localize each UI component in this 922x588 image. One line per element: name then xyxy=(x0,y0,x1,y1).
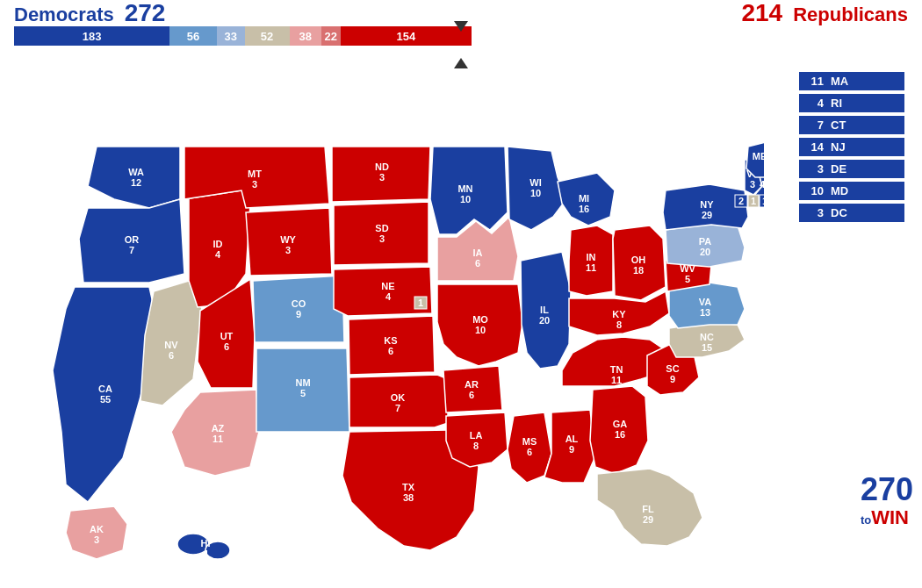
state-il[interactable] xyxy=(521,252,571,369)
sidebar-state-dc[interactable]: 3DC xyxy=(799,204,904,222)
sidebar-ev: 11 xyxy=(806,75,824,88)
state-ms[interactable] xyxy=(508,412,551,483)
bar-segment: 154 xyxy=(341,26,472,46)
sidebar-ev: 14 xyxy=(806,140,824,154)
state-in[interactable] xyxy=(569,226,613,296)
bar-segment: 52 xyxy=(245,26,290,46)
rep-count: 214 xyxy=(741,0,782,27)
state-sd[interactable] xyxy=(334,202,429,265)
sidebar: 11MA4RI7CT14NJ3DE10MD3DC xyxy=(799,72,922,222)
logo-towin: toWIN xyxy=(861,507,913,528)
svg-rect-87 xyxy=(748,195,759,207)
bar-segment: 33 xyxy=(217,26,245,46)
bar-segment: 38 xyxy=(290,26,322,46)
sidebar-abbr: MA xyxy=(831,75,897,88)
svg-rect-28 xyxy=(414,297,427,309)
state-wi[interactable] xyxy=(508,147,566,230)
state-me[interactable] xyxy=(746,142,764,177)
state-nm[interactable] xyxy=(256,348,349,432)
sidebar-ev: 3 xyxy=(806,162,824,176)
svg-rect-89 xyxy=(760,195,764,207)
dem-count: 272 xyxy=(125,0,166,27)
sidebar-ev: 4 xyxy=(806,97,824,110)
sidebar-state-md[interactable]: 10MD xyxy=(799,182,904,200)
sidebar-state-ma[interactable]: 11MA xyxy=(799,72,904,90)
logo: 270 toWIN xyxy=(861,472,913,528)
dem-label: Democrats xyxy=(14,4,114,26)
bar-segment: 22 xyxy=(321,26,340,46)
sidebar-abbr: RI xyxy=(831,97,897,110)
sidebar-ev: 10 xyxy=(806,184,824,197)
down-arrow-indicator xyxy=(454,21,468,32)
state-wy[interactable] xyxy=(246,208,332,276)
state-co[interactable] xyxy=(253,276,344,342)
state-ga[interactable] xyxy=(590,386,648,474)
logo-270: 270 xyxy=(861,472,913,507)
state-oh[interactable] xyxy=(613,226,666,300)
state-wa[interactable] xyxy=(88,147,180,208)
state-ks[interactable] xyxy=(349,316,435,375)
state-ky[interactable] xyxy=(569,291,669,335)
state-mi[interactable] xyxy=(558,173,615,226)
sidebar-abbr: DC xyxy=(831,206,897,219)
map-area: WA 12 OR 7 CA 55 NV 6 ID 4 MT 3 WY 3 UT … xyxy=(0,63,922,581)
state-ak[interactable] xyxy=(66,506,127,559)
dem-header: Democrats 272 xyxy=(14,0,165,27)
state-la[interactable] xyxy=(446,412,508,467)
sidebar-state-nj[interactable]: 14NJ xyxy=(799,138,904,156)
us-map: WA 12 OR 7 CA 55 NV 6 ID 4 MT 3 WY 3 UT … xyxy=(0,63,764,581)
sidebar-ev: 7 xyxy=(806,118,824,132)
sidebar-abbr: CT xyxy=(831,118,897,132)
state-ok[interactable] xyxy=(349,375,448,427)
bar-segment: 56 xyxy=(169,26,217,46)
sidebar-ev: 3 xyxy=(806,206,824,219)
state-mn[interactable] xyxy=(430,147,508,234)
sidebar-abbr: MD xyxy=(831,184,897,197)
state-nd[interactable] xyxy=(332,147,430,202)
state-al[interactable] xyxy=(544,410,595,483)
sidebar-state-ct[interactable]: 7CT xyxy=(799,116,904,134)
state-or[interactable] xyxy=(79,199,184,283)
rep-header: 214 Republicans xyxy=(741,0,908,27)
sidebar-abbr: DE xyxy=(831,162,897,176)
state-pa[interactable] xyxy=(666,223,745,267)
progress-bar-container: 1835633523822154 xyxy=(0,26,922,63)
state-mo[interactable] xyxy=(437,284,522,366)
svg-point-93 xyxy=(205,541,230,559)
sidebar-state-ri[interactable]: 4RI xyxy=(799,94,904,112)
sidebar-state-de[interactable]: 3DE xyxy=(799,160,904,178)
state-hi[interactable] xyxy=(177,534,209,555)
state-ar[interactable] xyxy=(443,366,502,412)
sidebar-abbr: NJ xyxy=(831,140,897,154)
rep-label: Republicans xyxy=(793,4,908,26)
svg-rect-85 xyxy=(735,195,747,207)
state-fl[interactable] xyxy=(597,469,702,546)
bar-segment: 183 xyxy=(14,26,169,46)
state-az[interactable] xyxy=(171,390,259,476)
